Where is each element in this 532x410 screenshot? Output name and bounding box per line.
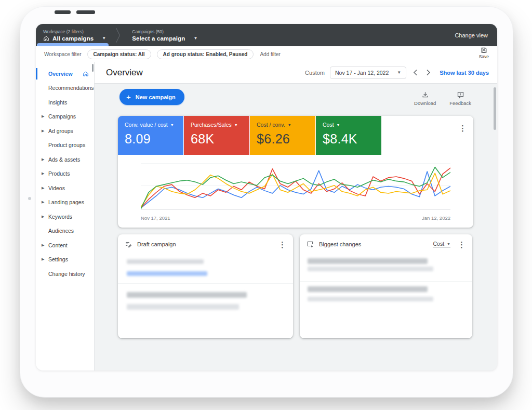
expand-arrow-icon: ▶: [42, 257, 44, 261]
new-campaign-button[interactable]: + New campaign: [119, 89, 184, 105]
add-filter-button[interactable]: Add filter: [260, 51, 280, 57]
sidebar-item-label: Videos: [48, 185, 65, 191]
sidebar-item-videos[interactable]: ▶Videos: [36, 181, 94, 195]
expand-arrow-icon: ▶: [42, 129, 44, 133]
download-button[interactable]: Download: [414, 91, 436, 106]
date-range-value: Nov 17 - Jan 12, 2022: [335, 70, 389, 76]
biggest-changes-body: [300, 254, 472, 337]
metric-label: Cost / conv.: [257, 122, 285, 128]
feedback-button[interactable]: Feedback: [449, 91, 471, 106]
sidebar-item-label: Content: [48, 242, 68, 248]
redacted-text-row: [127, 259, 204, 264]
chevron-down-icon: ▼: [102, 36, 106, 41]
tab-separator: [111, 24, 125, 46]
sidebar-item-insights[interactable]: Insights: [36, 95, 94, 110]
sidebar-item-label: Products: [48, 170, 70, 177]
expand-arrow-icon: ▶: [42, 243, 44, 247]
previous-period-button[interactable]: [411, 69, 419, 76]
biggest-changes-icon: [307, 241, 314, 248]
metric-card-cost-conv[interactable]: Cost / conv.▼ $6.26: [250, 116, 315, 155]
main-panel: Overview Custom Nov 17 - Jan 12, 2022 ▼: [94, 62, 497, 371]
filter-bar: Workspace filter Campaign status: All Ad…: [36, 46, 497, 62]
sidebar-item-keywords[interactable]: ▶Keywords: [36, 209, 94, 224]
redacted-text-row: [308, 286, 428, 292]
sidebar-item-change-history[interactable]: Change history: [36, 267, 94, 281]
sidebar-item-label: Landing pages: [48, 199, 84, 205]
divider: [118, 283, 293, 284]
content-area: OverviewRecommendationsInsights▶Campaign…: [36, 62, 497, 371]
expand-arrow-icon: ▶: [42, 171, 44, 176]
metric-value: $6.26: [257, 131, 309, 147]
metric-card-conv-value-cost[interactable]: Conv. value / cost▼ 8.09: [118, 116, 183, 155]
sidebar-scrollbar[interactable]: [92, 64, 94, 72]
sidebar-item-landing-pages[interactable]: ▶Landing pages: [36, 195, 94, 210]
metric-label: Cost: [323, 122, 334, 128]
workspace-topbar: Workspace (2 filters) All campaigns ▼ Ca…: [36, 24, 497, 46]
save-button[interactable]: Save: [479, 47, 489, 59]
chevron-down-icon: ▼: [234, 123, 238, 127]
show-last-30-days-link[interactable]: Show last 30 days: [440, 70, 489, 76]
app-screen: Workspace (2 filters) All campaigns ▼ Ca…: [36, 24, 497, 371]
redacted-text-row: [127, 292, 247, 298]
page-background: Workspace (2 filters) All campaigns ▼ Ca…: [0, 0, 532, 410]
sidebar-item-label: Recommendations: [48, 85, 94, 91]
biggest-changes-card: Biggest changes Cost ▼ ⋮: [300, 234, 472, 338]
tab-select-campaign[interactable]: Campaigns (50) Select a campaign ▼: [125, 24, 203, 46]
save-icon: [481, 47, 487, 54]
sidebar-item-product-groups[interactable]: Product groups: [36, 138, 94, 153]
expand-arrow-icon: ▶: [42, 186, 44, 190]
filter-chip-campaign-status[interactable]: Campaign status: All: [87, 49, 151, 59]
metric-card-cost[interactable]: Cost▼ $8.4K: [316, 116, 381, 155]
filter-chip-ad-group-status[interactable]: Ad group status: Enabled, Paused: [157, 49, 254, 59]
sidebar-item-ad-groups[interactable]: ▶Ad groups: [36, 124, 94, 138]
tab-label: Select a campaign: [132, 35, 185, 42]
metric-value: $8.4K: [323, 131, 375, 147]
download-label: Download: [414, 100, 436, 106]
sidebar-item-settings[interactable]: ▶Settings: [36, 253, 94, 267]
home-icon: [43, 35, 49, 42]
card-menu-kebab-icon[interactable]: ⋮: [459, 124, 467, 132]
date-mode-label: Custom: [305, 70, 325, 76]
redacted-link-row[interactable]: [127, 271, 207, 276]
changes-sort-dropdown[interactable]: Cost ▼: [433, 241, 450, 248]
draft-campaign-icon: [125, 241, 132, 248]
x-axis-start-label: Nov 17, 2021: [141, 215, 170, 221]
tablet-button-icon: [55, 10, 71, 14]
sidebar-item-recommendations[interactable]: Recommendations: [36, 81, 94, 96]
sidebar-item-products[interactable]: ▶Products: [36, 167, 94, 181]
metric-value: 8.09: [125, 131, 177, 147]
chevron-down-icon: ▼: [170, 123, 174, 127]
metric-card-purchases-sales[interactable]: Purchases/Sales▼ 68K: [184, 116, 249, 155]
page-header: Overview Custom Nov 17 - Jan 12, 2022 ▼: [95, 62, 497, 84]
home-icon: [83, 71, 89, 77]
chevron-down-icon: ▼: [447, 242, 450, 246]
sidebar-item-label: Keywords: [48, 214, 72, 220]
next-period-button[interactable]: [424, 69, 432, 76]
metric-value: 68K: [191, 131, 243, 147]
sidebar-item-content[interactable]: ▶Content: [36, 238, 94, 253]
change-view-button[interactable]: Change view: [455, 32, 497, 38]
redacted-text-row: [308, 297, 433, 301]
expand-arrow-icon: ▶: [42, 215, 44, 219]
redacted-text-row: [308, 258, 428, 264]
tab-all-campaigns[interactable]: Workspace (2 filters) All campaigns ▼: [36, 24, 111, 46]
tab-label: All campaigns: [52, 35, 94, 42]
sidebar-item-ads-assets[interactable]: ▶Ads & assets: [36, 152, 94, 167]
sidebar-item-campaigns[interactable]: ▶Campaigns: [36, 110, 94, 124]
tablet-button-icon: [76, 10, 95, 14]
sidebar-item-overview[interactable]: Overview: [36, 67, 94, 81]
tab-context-label: Workspace (2 filters): [43, 29, 106, 34]
sidebar-item-label: Ad groups: [48, 128, 73, 134]
date-range-dropdown[interactable]: Nov 17 - Jan 12, 2022 ▼: [330, 67, 406, 79]
main-scrollbar[interactable]: [494, 87, 496, 130]
sidebar-item-label: Insights: [48, 99, 67, 105]
feedback-label: Feedback: [449, 100, 471, 106]
tablet-frame: Workspace (2 filters) All campaigns ▼ Ca…: [20, 6, 513, 398]
metric-row: Conv. value / cost▼ 8.09 Purchases/Sales…: [118, 116, 473, 155]
card-menu-kebab-icon[interactable]: ⋮: [458, 241, 466, 248]
card-menu-kebab-icon[interactable]: ⋮: [278, 241, 286, 248]
main-scroll-region: + New campaign Download Feedback: [95, 84, 497, 371]
plus-icon: +: [126, 93, 131, 101]
sidebar-item-audiences[interactable]: Audiences: [36, 224, 94, 239]
sidebar-nav: OverviewRecommendationsInsights▶Campaign…: [36, 62, 94, 371]
